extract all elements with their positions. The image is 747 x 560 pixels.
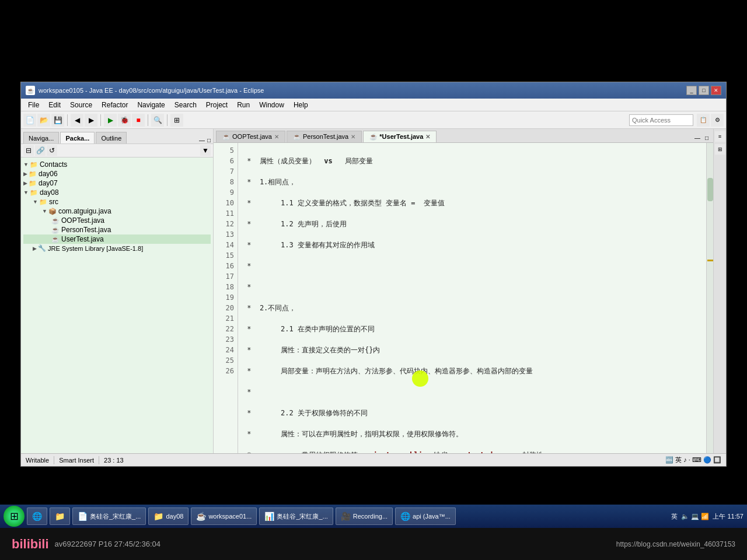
toolbar-sep-2 xyxy=(100,114,101,126)
tree-day08[interactable]: ▼ 📁 day08 xyxy=(23,188,211,197)
panel-maximize[interactable]: □ xyxy=(207,137,211,144)
tree-day07[interactable]: ▶ 📁 day07 xyxy=(23,178,211,188)
taskbar-folder[interactable]: 📁 xyxy=(50,508,70,525)
code-area[interactable]: * 属性（成员变量） vs 局部变量 * 1.相同点， * 1.1 定义变量的格… xyxy=(238,143,706,453)
tab-package[interactable]: Packa... xyxy=(60,132,95,144)
toolbar-sep-1 xyxy=(67,114,68,126)
toolbar-save[interactable]: 💾 xyxy=(51,114,64,127)
menu-edit[interactable]: Edit xyxy=(44,99,65,111)
editor-scrollbar[interactable] xyxy=(706,143,713,453)
taskbar-item-2[interactable]: 📁 day08 xyxy=(148,508,189,525)
toolbar-perspective[interactable]: ⊞ xyxy=(170,114,183,127)
right-icon-1[interactable]: ≡ xyxy=(715,131,725,142)
menu-project[interactable]: Project xyxy=(201,99,232,111)
editor-content[interactable]: 5 6 7 8 9 10 11 12 13 14 15 16 17 18 19 … xyxy=(214,143,713,453)
tab-navigator[interactable]: Naviga... xyxy=(23,132,59,144)
editor-minimize[interactable]: — xyxy=(692,134,703,142)
toolbar-forward[interactable]: ▶ xyxy=(85,114,97,127)
menu-search[interactable]: Search xyxy=(170,99,201,111)
window-title: workspace0105 - Java EE - day08/src/com/… xyxy=(39,87,686,94)
right-icon-2[interactable]: ⊞ xyxy=(715,144,725,155)
taskbar-item-3[interactable]: ☕ workspace01... xyxy=(191,508,257,525)
code-line-11: * xyxy=(243,282,701,292)
taskbar-clock: 上午 11:57 xyxy=(713,512,743,521)
tree-day06[interactable]: ▶ 📁 day06 xyxy=(23,169,211,178)
toolbar-stop[interactable]: ■ xyxy=(132,114,145,127)
toolbar-debug[interactable]: 🐞 xyxy=(118,114,131,127)
quick-access-input[interactable] xyxy=(629,114,693,126)
tab-outline[interactable]: Outline xyxy=(96,132,127,144)
code-line-10: * xyxy=(243,261,701,271)
panel-link[interactable]: 🔗 xyxy=(35,145,46,156)
bilibili-left: bilibili av69222697 P16 27:45/2:36:04 xyxy=(12,537,160,552)
toolbar-sep-4 xyxy=(167,114,167,126)
panel-toolbar: ⊟ 🔗 ↺ ▼ xyxy=(21,144,213,158)
status-position: 23 : 13 xyxy=(104,457,124,464)
toolbar-search[interactable]: 🔍 xyxy=(151,114,164,127)
editor-tabs: ☕ OOPTest.java ✕ ☕ PersonTest.java ✕ ☕ *… xyxy=(214,129,713,143)
tree-persontest[interactable]: ☕ PersonTest.java xyxy=(23,225,211,235)
code-line-5: * 属性（成员变量） vs 局部变量 xyxy=(243,156,701,166)
tree-usertest[interactable]: ☕ UserTest.java xyxy=(23,235,211,244)
bilibili-info: av69222697 P16 27:45/2:36:04 xyxy=(55,540,160,548)
toolbar-new[interactable]: 📄 xyxy=(23,114,36,127)
panel-collapse[interactable]: ⊟ xyxy=(23,145,34,156)
tree-jre[interactable]: ▶ 🔧 JRE System Library [JavaSE-1.8] xyxy=(23,244,211,253)
tree-src[interactable]: ▼ 📁 src xyxy=(23,197,211,206)
minimize-button[interactable]: _ xyxy=(686,86,697,95)
tab-ooptest[interactable]: ☕ OOPTest.java ✕ xyxy=(216,131,285,142)
mouse-cursor-indicator xyxy=(412,370,428,387)
toolbar-icon-2[interactable]: ⚙ xyxy=(711,114,724,127)
tab-usertest[interactable]: ☕ *UserTest.java ✕ xyxy=(363,131,437,142)
scrollbar-thumb[interactable] xyxy=(707,178,713,201)
code-line-19: * 常用的权限修饰符：private、public、缺省、protected -… xyxy=(243,450,701,453)
code-line-14: * 属性：直接定义在类的一对{}内 xyxy=(243,345,701,355)
menu-refactor[interactable]: Refactor xyxy=(97,99,132,111)
toolbar-right-icons: 📋 ⚙ xyxy=(697,114,724,127)
toolbar-run[interactable]: ▶ xyxy=(104,114,117,127)
close-usertest[interactable]: ✕ xyxy=(425,134,430,140)
taskbar-chrome[interactable]: 🌐 xyxy=(27,508,47,525)
taskbar-item-1[interactable]: 📄 奥硅谷_宋红康_... xyxy=(72,508,146,525)
panel-minimize[interactable]: — xyxy=(199,137,205,144)
panel-down[interactable]: ▼ xyxy=(200,145,211,156)
tree-ooptest[interactable]: ☕ OOPTest.java xyxy=(23,216,211,225)
menu-run[interactable]: Run xyxy=(232,99,254,111)
toolbar: 📄 📂 💾 ◀ ▶ ▶ 🐞 ■ 🔍 ⊞ 📋 ⚙ xyxy=(21,111,726,129)
editor-panel: ☕ OOPTest.java ✕ ☕ PersonTest.java ✕ ☕ *… xyxy=(214,129,713,453)
close-ooptest[interactable]: ✕ xyxy=(274,134,279,140)
taskbar-item-6[interactable]: 🌐 api (Java™... xyxy=(395,508,456,525)
toolbar-back[interactable]: ◀ xyxy=(71,114,83,127)
status-sep-1 xyxy=(54,456,54,464)
code-line-6: * 1.相同点， xyxy=(243,177,701,187)
taskbar-item-4[interactable]: 📊 奥硅谷_宋红康_... xyxy=(259,508,333,525)
status-insert: Smart Insert xyxy=(59,457,94,464)
eclipse-icon: ☕ xyxy=(26,86,35,95)
close-button[interactable]: ✕ xyxy=(711,86,721,95)
bilibili-logo: bilibili xyxy=(12,537,49,552)
taskbar-lang: 英 xyxy=(671,512,678,521)
code-line-15: * 局部变量：声明在方法内、方法形参、代码块内、构造器形参、构造器内部的变量 xyxy=(243,366,701,376)
taskbar-right: 英 🔈 💻 📶 上午 11:57 xyxy=(671,512,743,521)
menu-navigate[interactable]: Navigate xyxy=(132,99,169,111)
code-line-18: * 属性：可以在声明属性时，指明其权限，使用权限修饰符。 xyxy=(243,429,701,439)
code-line-9: * 1.3 变量都有其对应的作用域 xyxy=(243,240,701,250)
restore-button[interactable]: □ xyxy=(699,86,709,95)
menu-source[interactable]: Source xyxy=(65,99,97,111)
start-button[interactable]: ⊞ xyxy=(4,506,25,527)
close-persontest[interactable]: ✕ xyxy=(351,134,355,140)
toolbar-open[interactable]: 📂 xyxy=(37,114,50,127)
toolbar-icon-1[interactable]: 📋 xyxy=(697,114,710,127)
tab-persontest[interactable]: ☕ PersonTest.java ✕ xyxy=(287,131,362,142)
panel-sync[interactable]: ↺ xyxy=(47,145,57,156)
panel-tabs: Naviga... Packa... Outline — □ xyxy=(21,129,213,144)
tree-contacts[interactable]: ▼ 📁 Contacts xyxy=(23,160,211,169)
menu-file[interactable]: File xyxy=(23,99,44,111)
menu-window[interactable]: Window xyxy=(254,99,289,111)
menu-help[interactable]: Help xyxy=(289,99,313,111)
taskbar-item-5[interactable]: 🎥 Recording... xyxy=(336,508,393,525)
toolbar-sep-3 xyxy=(148,114,148,126)
tree-area[interactable]: ▼ 📁 Contacts ▶ 📁 day06 ▶ 📁 day07 ▼ 📁 xyxy=(21,158,213,453)
editor-maximize[interactable]: □ xyxy=(703,134,711,142)
tree-package[interactable]: ▼ 📦 com.atguigu.java xyxy=(23,206,211,216)
